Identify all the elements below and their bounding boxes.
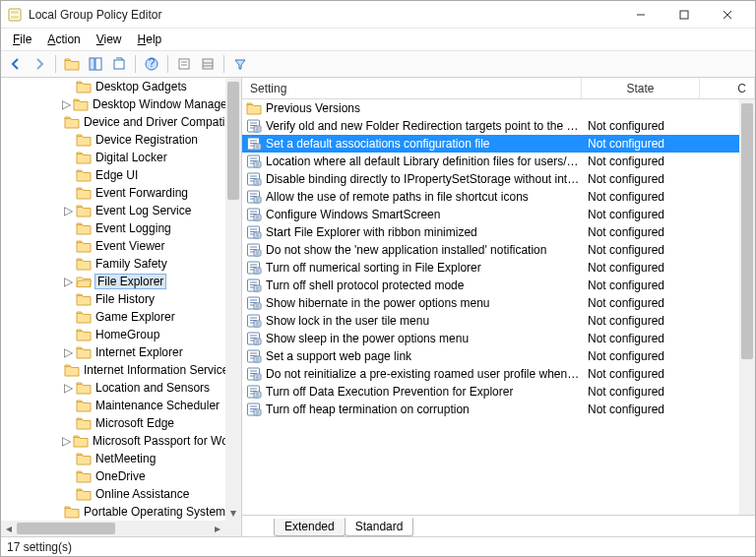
maximize-button[interactable] [662,4,706,26]
detail-vertical-scrollbar[interactable] [739,99,755,515]
details-button[interactable] [197,53,219,75]
setting-state: Not configured [582,243,700,257]
list-row[interactable]: Disable binding directly to IPropertySet… [242,170,739,188]
close-button[interactable] [706,4,749,26]
tree-node[interactable]: NetMeeting [1,450,225,467]
scroll-right-icon[interactable]: ▸ [210,521,225,536]
folder-icon [76,239,92,253]
tree-node[interactable]: Microsoft Edge [1,414,225,432]
tree-node[interactable]: Event Forwarding [1,184,225,202]
setting-name: Show lock in the user tile menu [266,314,429,328]
expand-icon[interactable]: ▷ [62,204,74,217]
tree-list[interactable]: Desktop Gadgets▷Desktop Window ManagerDe… [1,78,225,521]
svg-text:?: ? [149,57,156,70]
tree-node[interactable]: ▷File Explorer [1,273,225,290]
tree-node[interactable]: ▷Event Log Service [1,202,225,219]
help-button[interactable]: ? [141,53,162,75]
column-setting[interactable]: Setting [242,78,582,98]
up-button[interactable] [61,53,83,75]
expand-icon[interactable]: ▷ [62,97,71,111]
scrollbar-thumb[interactable] [741,103,753,359]
tree-node[interactable]: ▷Location and Sensors [1,379,225,397]
tree-node[interactable]: Portable Operating System [1,503,225,521]
folder-icon [64,115,80,129]
tree-node-label: File History [95,292,155,306]
tree-pane: Desktop Gadgets▷Desktop Window ManagerDe… [1,78,242,536]
expand-icon[interactable]: ▷ [62,434,71,448]
scrollbar-thumb[interactable] [227,82,239,200]
list-row[interactable]: Start File Explorer with ribbon minimize… [242,223,739,241]
scroll-down-icon[interactable]: ▾ [225,505,241,521]
scroll-left-icon[interactable]: ◂ [1,521,17,536]
tree-node[interactable]: Online Assistance [1,485,225,503]
menu-action[interactable]: Action [39,31,88,48]
tree-node[interactable]: Event Viewer [1,237,225,255]
list-row[interactable]: Set a support web page linkNot configure… [242,347,739,365]
column-comment[interactable]: C [700,78,755,98]
tree-node-label: Portable Operating System [84,505,225,519]
column-state[interactable]: State [582,78,700,98]
minimize-button[interactable] [619,4,662,26]
properties-button[interactable] [173,53,195,75]
expand-icon[interactable]: ▷ [62,275,74,288]
list-row[interactable]: Location where all default Library defin… [242,153,739,170]
list-row[interactable]: Show lock in the user tile menuNot confi… [242,312,739,330]
policy-icon [246,367,262,381]
tree-node[interactable]: Game Explorer [1,308,225,326]
tree-node-label: Microsoft Passport for Worl [93,434,225,448]
tree-node[interactable]: Device and Driver Compatil [1,113,225,131]
tree-node-label: Game Explorer [95,310,175,324]
toolbar-separator [223,55,224,73]
expand-icon[interactable]: ▷ [62,345,74,359]
expand-icon[interactable]: ▷ [62,381,74,395]
setting-name: Show sleep in the power options menu [266,332,469,345]
detail-pane: Setting State C Previous VersionsVerify … [242,78,755,536]
menu-view[interactable]: View [89,31,130,48]
list-row[interactable]: Turn off heap termination on corruptionN… [242,401,739,418]
tree-node[interactable]: Internet Information Service [1,361,225,379]
tree-node[interactable]: Desktop Gadgets [1,78,225,95]
list-row[interactable]: Allow the use of remote paths in file sh… [242,188,739,206]
tree-node[interactable]: Digital Locker [1,149,225,166]
setting-state: Not configured [582,296,700,310]
tab-standard[interactable]: Standard [345,518,414,536]
tree-node[interactable]: ▷Microsoft Passport for Worl [1,432,225,450]
tree-node[interactable]: File History [1,290,225,308]
tree-node-label: Online Assistance [95,487,189,501]
list-row[interactable]: Set a default associations configuration… [242,135,739,153]
svg-rect-16 [114,60,124,69]
list-row[interactable]: Turn off shell protocol protected modeNo… [242,277,739,294]
list-row[interactable]: Turn off numerical sorting in File Explo… [242,259,739,277]
tree-node[interactable]: Maintenance Scheduler [1,397,225,414]
settings-rows[interactable]: Previous VersionsVerify old and new Fold… [242,99,739,515]
list-row[interactable]: Turn off Data Execution Prevention for E… [242,383,739,401]
list-row[interactable]: Previous Versions [242,99,739,117]
back-button[interactable] [5,53,27,75]
tree-node[interactable]: Device Registration [1,131,225,149]
filter-button[interactable] [229,53,251,75]
tree-horizontal-scrollbar[interactable]: ◂ ▸ [1,521,225,536]
scrollbar-thumb[interactable] [17,523,115,534]
tab-extended[interactable]: Extended [274,519,346,536]
tree-vertical-scrollbar[interactable]: ▴ ▾ [225,78,241,521]
list-row[interactable]: Show hibernate in the power options menu… [242,294,739,312]
list-row[interactable]: Do not reinitialize a pre-existing roame… [242,365,739,383]
tree-node[interactable]: ▷Desktop Window Manager [1,95,225,113]
policy-icon [246,296,262,310]
tree-node[interactable]: Family Safety [1,255,225,273]
list-row[interactable]: Verify old and new Folder Redirection ta… [242,117,739,135]
menu-help[interactable]: Help [130,31,170,48]
tree-node[interactable]: Edge UI [1,166,225,184]
tree-node[interactable]: Event Logging [1,219,225,237]
setting-state: Not configured [582,367,700,381]
list-row[interactable]: Show sleep in the power options menuNot … [242,330,739,347]
tree-node[interactable]: OneDrive [1,467,225,485]
export-button[interactable] [108,53,130,75]
menu-file[interactable]: File [5,31,39,48]
show-hide-tree-button[interactable] [85,53,106,75]
tree-node[interactable]: ▷Internet Explorer [1,343,225,361]
list-row[interactable]: Configure Windows SmartScreenNot configu… [242,206,739,223]
tree-node[interactable]: HomeGroup [1,326,225,343]
forward-button[interactable] [29,53,50,75]
list-row[interactable]: Do not show the 'new application install… [242,241,739,259]
